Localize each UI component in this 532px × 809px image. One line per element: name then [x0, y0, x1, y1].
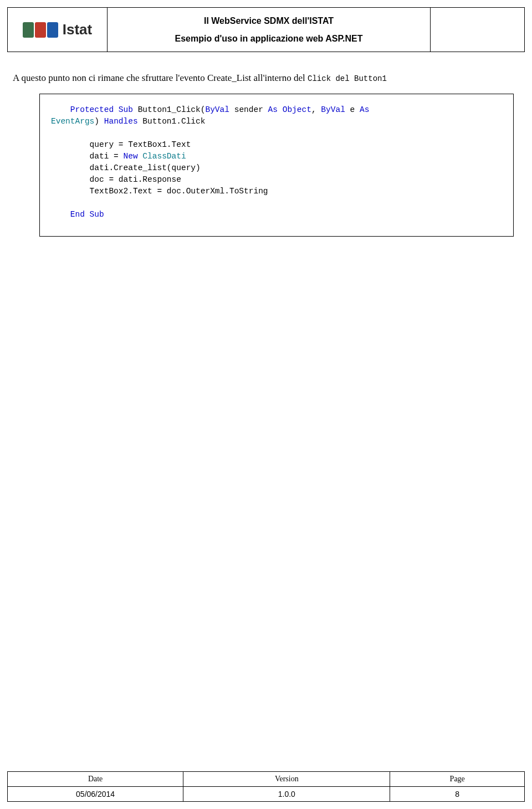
logo-square-red [35, 22, 46, 38]
header-title-cell: Il WebService SDMX dell'ISTAT Esempio d'… [108, 8, 431, 52]
code-block: Protected Sub Button1_Click(ByVal sender… [39, 94, 514, 237]
header-title-1: Il WebService SDMX dell'ISTAT [110, 16, 428, 26]
header-right-cell [431, 8, 525, 52]
intro-paragraph: A questo punto non ci rimane che sfrutta… [13, 72, 519, 85]
footer-value-date: 05/06/2014 [8, 787, 183, 802]
logo-square-green [23, 22, 34, 38]
logo-text: Istat [63, 21, 92, 38]
header-title-2: Esempio d'uso in applicazione web ASP.NE… [110, 34, 428, 44]
intro-text-1: A questo punto non ci rimane che sfrutta… [13, 73, 308, 83]
footer-header-page: Page [390, 772, 525, 787]
intro-code-2: Button1 [354, 74, 387, 83]
footer-value-version: 1.0.0 [183, 787, 390, 802]
logo-square-blue [47, 22, 58, 38]
intro-text-2: del [331, 74, 354, 83]
footer-table: Date Version Page 05/06/2014 1.0.0 8 [7, 771, 525, 802]
intro-code-1: Click [308, 74, 331, 83]
logo: Istat [10, 21, 105, 38]
footer-value-page: 8 [390, 787, 525, 802]
logo-cell: Istat [8, 8, 108, 52]
footer: Date Version Page 05/06/2014 1.0.0 8 [7, 771, 525, 802]
footer-header-date: Date [8, 772, 183, 787]
header-table: Istat Il WebService SDMX dell'ISTAT Esem… [7, 7, 525, 52]
footer-header-version: Version [183, 772, 390, 787]
